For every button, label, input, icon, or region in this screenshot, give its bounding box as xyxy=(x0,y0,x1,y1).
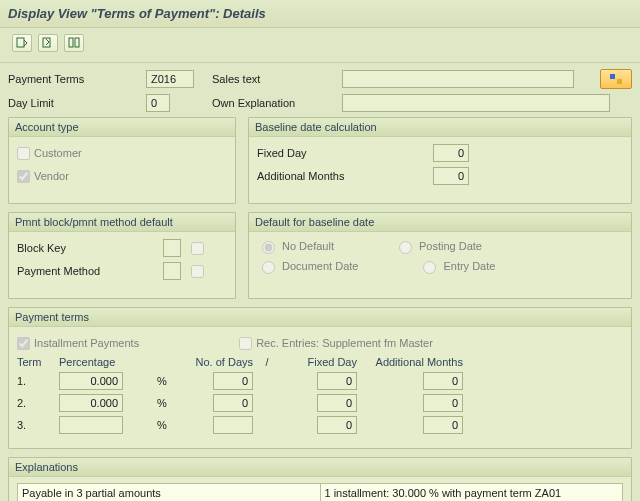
page-title: Display View "Terms of Payment": Details xyxy=(0,0,640,28)
explanation-cell: 1 installment: 30.000 % with payment ter… xyxy=(320,484,623,502)
term1-addm[interactable] xyxy=(423,372,463,390)
col-addm: Additional Months xyxy=(363,356,463,368)
term2-addm[interactable] xyxy=(423,394,463,412)
add-months-label: Additional Months xyxy=(257,170,433,182)
baseline-calc-title: Baseline date calculation xyxy=(249,118,631,137)
toolbar-btn-1[interactable] xyxy=(12,34,32,52)
add-months-field[interactable] xyxy=(433,167,469,185)
toolbar xyxy=(0,28,640,63)
col-days: No. of Days xyxy=(177,356,253,368)
explanations-title: Explanations xyxy=(9,458,631,477)
term1-pct[interactable] xyxy=(59,372,123,390)
pmnt-block-title: Pmnt block/pmnt method default xyxy=(9,213,235,232)
svg-rect-2 xyxy=(69,38,73,47)
term2-days[interactable] xyxy=(213,394,253,412)
svg-rect-3 xyxy=(75,38,79,47)
term3-days[interactable] xyxy=(213,416,253,434)
payment-method-checkbox[interactable] xyxy=(191,265,204,278)
term3-addm[interactable] xyxy=(423,416,463,434)
baseline-calc-panel: Baseline date calculation Fixed Day Addi… xyxy=(248,117,632,204)
payment-terms-field[interactable] xyxy=(146,70,194,88)
radio-entry-date[interactable]: Entry Date xyxy=(418,258,495,274)
svg-rect-0 xyxy=(17,38,24,47)
block-key-field[interactable] xyxy=(163,239,181,257)
radio-posting-date[interactable]: Posting Date xyxy=(394,238,482,254)
payment-method-field[interactable] xyxy=(163,262,181,280)
term-row-label: 2. xyxy=(17,397,53,409)
sales-text-label: Sales text xyxy=(212,73,342,85)
col-percentage: Percentage xyxy=(59,356,151,368)
col-sep: / xyxy=(259,356,275,368)
explanations-table: Payable in 3 partial amounts 1 installme… xyxy=(17,483,623,501)
payment-terms-title: Payment terms xyxy=(9,308,631,327)
day-limit-field[interactable] xyxy=(146,94,170,112)
radio-no-default[interactable]: No Default xyxy=(257,238,334,254)
term1-fixed[interactable] xyxy=(317,372,357,390)
toolbar-btn-2[interactable] xyxy=(38,34,58,52)
block-key-checkbox[interactable] xyxy=(191,242,204,255)
fixed-day-label: Fixed Day xyxy=(257,147,433,159)
default-baseline-panel: Default for baseline date No Default Pos… xyxy=(248,212,632,299)
explanations-panel: Explanations Payable in 3 partial amount… xyxy=(8,457,632,501)
term-row-label: 3. xyxy=(17,419,53,431)
pmnt-block-panel: Pmnt block/pmnt method default Block Key… xyxy=(8,212,236,299)
rec-entries-checkbox[interactable]: Rec. Entries: Supplement fm Master xyxy=(239,337,433,350)
svg-rect-5 xyxy=(617,79,622,84)
payment-terms-label: Payment Terms xyxy=(8,73,146,85)
block-key-label: Block Key xyxy=(17,242,163,254)
term-row-label: 1. xyxy=(17,375,53,387)
customer-checkbox[interactable]: Customer xyxy=(17,147,82,160)
fixed-day-field[interactable] xyxy=(433,144,469,162)
term2-pct[interactable] xyxy=(59,394,123,412)
help-button[interactable] xyxy=(600,69,632,89)
term3-pct[interactable] xyxy=(59,416,123,434)
toolbar-btn-3[interactable] xyxy=(64,34,84,52)
day-limit-label: Day Limit xyxy=(8,97,146,109)
default-baseline-title: Default for baseline date xyxy=(249,213,631,232)
explanation-cell: Payable in 3 partial amounts xyxy=(18,484,321,502)
col-fixed: Fixed Day xyxy=(281,356,357,368)
term2-fixed[interactable] xyxy=(317,394,357,412)
svg-rect-4 xyxy=(610,74,615,79)
term3-fixed[interactable] xyxy=(317,416,357,434)
radio-document-date[interactable]: Document Date xyxy=(257,258,358,274)
term1-days[interactable] xyxy=(213,372,253,390)
sales-text-field[interactable] xyxy=(342,70,574,88)
payment-terms-panel: Payment terms Installment Payments Rec. … xyxy=(8,307,632,449)
account-type-panel: Account type Customer Vendor xyxy=(8,117,236,204)
vendor-checkbox[interactable]: Vendor xyxy=(17,170,69,183)
account-type-title: Account type xyxy=(9,118,235,137)
payment-method-label: Payment Method xyxy=(17,265,163,277)
own-expl-label: Own Explanation xyxy=(212,97,342,109)
own-expl-field[interactable] xyxy=(342,94,610,112)
installment-checkbox[interactable]: Installment Payments xyxy=(17,337,139,350)
col-term: Term xyxy=(17,356,53,368)
